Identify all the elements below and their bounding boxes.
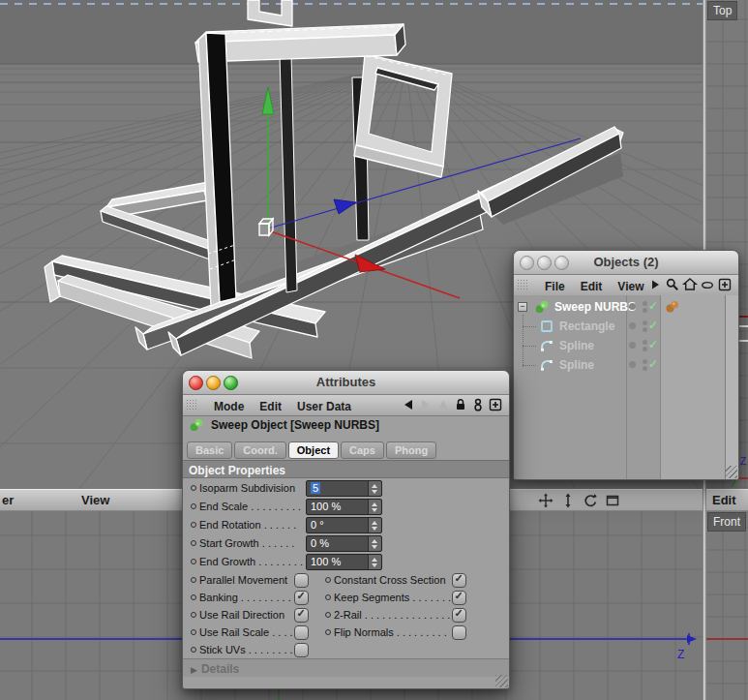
layer-dot[interactable]: [629, 342, 636, 349]
enable-check-icon[interactable]: ✓: [648, 319, 658, 332]
back-icon[interactable]: [401, 397, 416, 412]
checkbox-keep-segments[interactable]: ✓: [452, 591, 466, 605]
value-field[interactable]: 100 %: [306, 499, 382, 515]
details-disclosure[interactable]: ▶Details: [183, 658, 509, 677]
visibility-dot-top[interactable]: [643, 301, 647, 306]
minimize-button[interactable]: [537, 256, 552, 270]
zoom-button[interactable]: [554, 256, 569, 270]
stepper[interactable]: [368, 536, 381, 551]
object-tree-area[interactable]: −Sweep NURBS✓Rectangle✓Spline✓Spline✓: [514, 295, 738, 479]
visibility-dot-top[interactable]: [643, 340, 647, 345]
enable-check-icon[interactable]: ✓: [648, 338, 658, 351]
add-box-icon[interactable]: [488, 397, 503, 412]
checkbox-constant-cross-section[interactable]: ✓: [452, 573, 466, 588]
value-field[interactable]: 100 %: [306, 554, 382, 570]
pan-icon[interactable]: [538, 493, 554, 508]
stepper-up-icon[interactable]: [372, 484, 377, 488]
close-button[interactable]: [520, 256, 534, 270]
object-row-rectangle[interactable]: Rectangle✓: [514, 317, 725, 336]
menu-item-filter-cut[interactable]: er: [2, 493, 14, 507]
drag-grip-icon[interactable]: [517, 279, 529, 291]
stepper-down-icon[interactable]: [372, 508, 377, 512]
resize-grip[interactable]: [725, 466, 737, 478]
home-icon[interactable]: [682, 277, 698, 292]
menu-item-view[interactable]: View: [617, 280, 643, 293]
stepper-up-icon[interactable]: [372, 558, 377, 562]
menu-item-mode[interactable]: Mode: [214, 400, 244, 413]
add-box-icon[interactable]: [717, 277, 733, 292]
tab-object[interactable]: Object: [288, 441, 339, 459]
object-row-sweep-nurbs[interactable]: −Sweep NURBS✓: [514, 297, 725, 317]
visibility-dot-top[interactable]: [643, 320, 647, 325]
objects-titlebar[interactable]: Objects (2): [514, 251, 738, 275]
oval-icon[interactable]: [700, 277, 715, 292]
anim-dot-icon[interactable]: [325, 577, 331, 583]
stepper-down-icon[interactable]: [372, 545, 377, 549]
anim-dot-icon[interactable]: [191, 540, 196, 546]
menu-item-view[interactable]: View: [81, 493, 109, 507]
menu-item-file[interactable]: File: [545, 280, 565, 293]
visibility-dot-top[interactable]: [643, 359, 647, 364]
anim-dot-icon[interactable]: [191, 522, 196, 528]
anim-dot-icon[interactable]: [191, 485, 196, 491]
visibility-dot-bottom[interactable]: [643, 308, 647, 313]
stepper-up-icon[interactable]: [372, 521, 377, 525]
objects-window[interactable]: Objects (2) FileEditView −Sweep NURBS✓Re…: [513, 250, 739, 480]
maximize-icon[interactable]: [605, 493, 620, 508]
zoom-icon[interactable]: [560, 493, 576, 508]
minimize-button[interactable]: [206, 376, 221, 390]
close-button[interactable]: [189, 376, 203, 390]
checkbox-flip-normals[interactable]: [452, 625, 466, 640]
stepper-down-icon[interactable]: [372, 490, 377, 494]
layer-dot[interactable]: [629, 303, 636, 310]
tab-basic[interactable]: Basic: [187, 441, 232, 459]
rotate-icon[interactable]: [583, 493, 598, 508]
visibility-dot-bottom[interactable]: [643, 366, 647, 371]
menu-item-user-data[interactable]: User Data: [297, 400, 351, 413]
menu-item-edit[interactable]: Edit: [259, 400, 282, 413]
layer-dot[interactable]: [629, 361, 636, 368]
stepper[interactable]: [368, 555, 381, 569]
anim-dot-icon[interactable]: [191, 503, 196, 509]
viewport-front[interactable]: Front: [706, 511, 748, 700]
stepper-up-icon[interactable]: [372, 502, 377, 506]
checkbox-2-rail[interactable]: ✓: [452, 608, 466, 623]
visibility-dot-bottom[interactable]: [643, 327, 647, 332]
enable-check-icon[interactable]: ✓: [648, 299, 658, 313]
tab-caps[interactable]: Caps: [341, 441, 384, 459]
stepper-up-icon[interactable]: [372, 539, 377, 543]
drag-grip-icon[interactable]: [186, 399, 198, 411]
tab-phong[interactable]: Phong: [386, 441, 436, 459]
stepper[interactable]: [368, 518, 381, 533]
value-field[interactable]: 0 °: [306, 517, 382, 533]
stepper[interactable]: [368, 500, 381, 514]
checkbox-stick-uvs[interactable]: [294, 643, 309, 657]
scrollbar[interactable]: [725, 295, 738, 479]
visibility-dot-bottom[interactable]: [643, 347, 647, 351]
menu-item-edit-front[interactable]: Edit: [712, 493, 736, 507]
anim-dot-icon[interactable]: [325, 594, 331, 600]
anim-dot-icon[interactable]: [191, 559, 196, 564]
value-field[interactable]: 5: [306, 480, 382, 497]
expand-toggle[interactable]: −: [518, 302, 527, 312]
link-icon[interactable]: [470, 397, 486, 412]
anim-dot-icon[interactable]: [191, 647, 196, 653]
stepper-down-icon[interactable]: [372, 527, 377, 531]
layer-dot[interactable]: [629, 322, 636, 329]
object-row-spline[interactable]: Spline✓: [514, 336, 725, 355]
lock-icon[interactable]: [453, 397, 468, 412]
tab-coord[interactable]: Coord.: [234, 441, 285, 459]
attributes-window[interactable]: Attributes ModeEditUser Data Sweep Objec…: [182, 370, 510, 689]
value-field[interactable]: 0 %: [306, 535, 382, 552]
menu-arrow-icon[interactable]: [647, 277, 663, 292]
phong-tag-icon[interactable]: [665, 299, 680, 315]
anim-dot-icon[interactable]: [325, 612, 331, 618]
search-icon[interactable]: [665, 277, 680, 292]
menu-item-edit[interactable]: Edit: [581, 280, 603, 293]
enable-check-icon[interactable]: ✓: [648, 357, 658, 371]
resize-grip[interactable]: [495, 675, 508, 687]
attributes-titlebar[interactable]: Attributes: [183, 371, 509, 395]
stepper-down-icon[interactable]: [372, 563, 377, 567]
object-row-spline[interactable]: Spline✓: [514, 355, 725, 375]
anim-dot-icon[interactable]: [325, 629, 331, 635]
